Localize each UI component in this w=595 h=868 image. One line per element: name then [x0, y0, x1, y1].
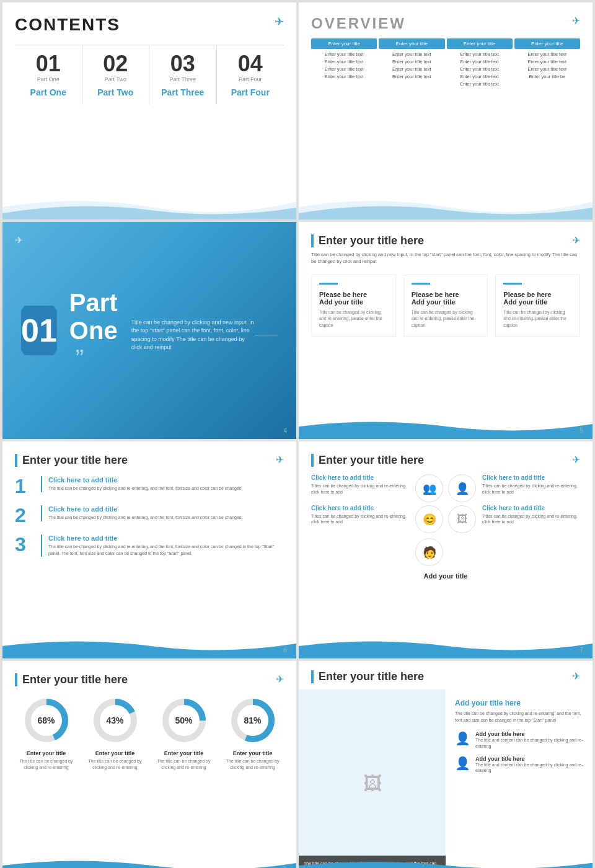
ov-row-5: Enter your title text — [311, 81, 580, 87]
card3-line — [503, 283, 522, 285]
item3-body: The title can be changed by clicking and… — [48, 544, 284, 557]
slide1-wave — [2, 188, 296, 219]
slide6-icon: ✈ — [572, 454, 580, 466]
content-item-3: 03 Part Three Part Three — [149, 45, 217, 105]
slide6-title: Enter your title here — [311, 454, 580, 467]
slide6-left: Click here to add title Titles can be ch… — [311, 474, 409, 525]
center-icons-bottom: 😊 🖼 🧑 — [415, 505, 476, 566]
person-body-2: The title and content can be changed by … — [475, 762, 583, 774]
left2-body: Titles can be changed by clicking and re… — [311, 513, 409, 526]
ov-header: Enter your title Enter your title Enter … — [311, 38, 580, 49]
item1-content: Click here to add title The title can be… — [41, 476, 242, 492]
ov-cell-1-3: Enter your title text — [447, 51, 513, 57]
chart-3: 50% Enter your title The title can be ch… — [152, 696, 215, 771]
slide4-page: 5 — [580, 427, 583, 434]
chart-2: 43% Enter your title The title can be ch… — [84, 696, 146, 771]
slide8-image-area: 🖼 The title can be changed by clicking a… — [299, 689, 446, 868]
slide-part-one: ✈ 01 Part One ” Title can be changed by … — [2, 222, 296, 439]
item1-heading: Click here to add title — [48, 476, 242, 484]
slide6-left-2: Click here to add title Titles can be ch… — [311, 505, 409, 526]
ov-cell-4-1: Enter your title text — [311, 74, 377, 79]
slide4-title: Enter your title here — [311, 234, 580, 247]
content-item-1: 01 Part One Part One — [15, 45, 82, 105]
slides-grid: CONTENTS ✈ 01 Part One Part One 02 Part … — [0, 0, 595, 868]
item2-heading: Click here to add title — [48, 505, 242, 513]
card3-heading: Please be hereAdd your title — [503, 291, 572, 306]
ov-row-4: Enter your title text Enter your title t… — [311, 74, 580, 79]
left2-heading: Click here to add title — [311, 505, 409, 512]
donut-3: 50% — [159, 696, 209, 745]
content-item-2: 02 Part Two Part Two — [82, 45, 150, 105]
item1-num: 1 — [15, 476, 33, 496]
slide-cards: Enter your title here ✈ Title can be cha… — [299, 222, 593, 439]
slide8-right-desc: The title can be changed by clicking and… — [455, 711, 583, 724]
donut-label-1: 68% — [37, 715, 55, 725]
ov-row-2: Enter your title text Enter your title t… — [311, 59, 580, 64]
item2-num: 2 — [15, 505, 33, 525]
slide6-right: Click here to add title Titles can be ch… — [482, 474, 580, 525]
right2-body: Titles can be changed by clicking and re… — [482, 513, 580, 526]
chart-1: 68% Enter your title The title can be ch… — [15, 696, 77, 771]
ov-cell-2-3: Enter your title text — [447, 59, 513, 64]
donut-1: 68% — [22, 696, 71, 745]
slide-contents: CONTENTS ✈ 01 Part One Part One 02 Part … — [2, 2, 296, 219]
donut-label-4: 81% — [244, 715, 261, 725]
person-body-1: The title and content can be changed by … — [475, 737, 583, 750]
donut-label-2: 43% — [106, 715, 123, 725]
slide5-item-3: 3 Click here to add title The title can … — [15, 534, 284, 557]
slide-donut-charts: Enter your title here ✈ 68% Enter your t… — [2, 661, 296, 868]
slide3-quote: ” — [76, 345, 84, 372]
slide8-title: Enter your title here — [311, 670, 580, 683]
ov-cell-2-2: Enter your title text — [379, 59, 444, 64]
slide4-card-1: Please be hereAdd your title Title can b… — [311, 275, 396, 337]
content-num-1: 01 — [20, 53, 77, 75]
chart-title-3: Enter your title — [152, 750, 215, 756]
slide7-charts: 68% Enter your title The title can be ch… — [15, 696, 284, 771]
slide4-card-3: Please be hereAdd your title Title can b… — [495, 275, 580, 337]
item3-heading: Click here to add title — [48, 534, 284, 542]
item3-content: Click here to add title The title can be… — [41, 534, 284, 557]
ov-row-3: Enter your title text Enter your title t… — [311, 66, 580, 72]
overview-table: Enter your title Enter your title Enter … — [311, 38, 580, 87]
person-text-1: Add your title here The title and conten… — [475, 731, 583, 750]
person-heading-1: Add your title here — [475, 731, 583, 737]
card2-line — [412, 283, 430, 285]
slide6-right-2: Click here to add title Titles can be ch… — [482, 505, 580, 526]
slide3-page: 4 — [283, 427, 287, 434]
left1-body: Titles can be changed by clicking and re… — [311, 483, 409, 495]
chart-desc-4: The title can be changed by clicking and… — [221, 758, 284, 771]
ov-cell-4-2: Enter your title text — [379, 74, 444, 79]
slide6-content: Click here to add title Titles can be ch… — [311, 474, 580, 580]
slide5-title: Enter your title here — [15, 454, 284, 467]
slide5-icon: ✈ — [276, 454, 284, 466]
slide6-page: 7 — [580, 647, 583, 653]
person-icon-2: 👤 — [455, 756, 470, 771]
slide4-wave — [299, 414, 593, 439]
slide8-right: Add your title here The title can be cha… — [446, 689, 593, 868]
left1-heading: Click here to add title — [311, 474, 409, 481]
card1-body: Title can be changed by clicking and re-… — [319, 309, 388, 329]
person-icon-1: 👤 — [455, 731, 470, 746]
slide5-item-2: 2 Click here to add title The title can … — [15, 505, 284, 525]
slide7-title: Enter your title here — [15, 673, 284, 686]
ov-btn-3: Enter your title — [447, 38, 513, 49]
center-icons-top: 👥 👤 — [415, 474, 476, 502]
donut-2: 43% — [90, 696, 140, 745]
slide-image-text: Enter your title here ✈ 🖼 The title can … — [299, 661, 593, 868]
item3-num: 3 — [15, 534, 33, 554]
slide-icons-grid: Enter your title here ✈ Click here to ad… — [299, 441, 593, 658]
ov-cell-5-4 — [514, 81, 580, 87]
card1-heading: Please be hereAdd your title — [319, 291, 388, 306]
slide6-left-1: Click here to add title Titles can be ch… — [311, 474, 409, 495]
slide1-title: CONTENTS — [15, 15, 284, 35]
card2-body: Title can be changed by clicking and re-… — [412, 309, 480, 329]
slide5-items: 1 Click here to add title The title can … — [15, 476, 284, 557]
content-num-4: 04 — [222, 53, 280, 75]
slide3-title-wrap: Part One ” — [69, 289, 131, 373]
slide6-wave — [299, 634, 593, 658]
card2-heading: Please be hereAdd your title — [412, 291, 480, 306]
ov-btn-1: Enter your title — [311, 38, 377, 49]
chart-title-1: Enter your title — [15, 750, 77, 756]
right1-heading: Click here to add title — [482, 474, 580, 481]
ov-cell-4-3: Enter your title text — [447, 74, 513, 79]
